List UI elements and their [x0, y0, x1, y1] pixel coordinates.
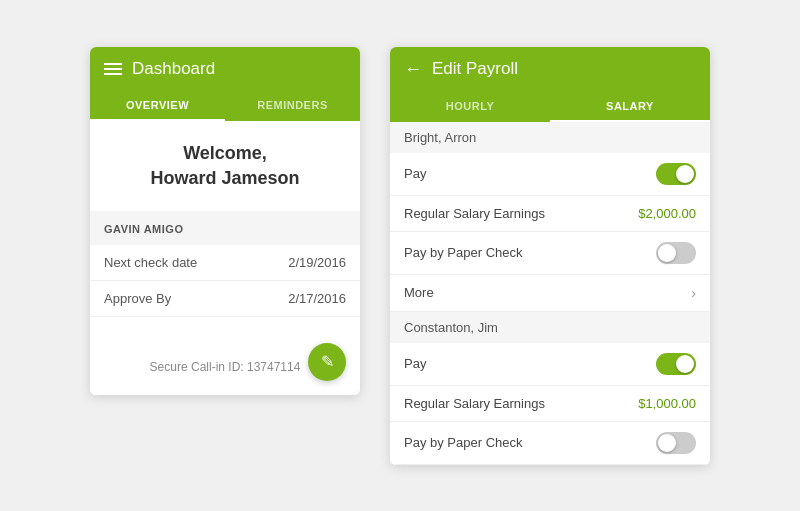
pay-label-bright: Pay	[404, 166, 426, 181]
payroll-card: ← Edit Payroll HOURLY SALARY Bright, Arr…	[390, 47, 710, 465]
chevron-right-icon: ›	[691, 285, 696, 301]
paper-check-row-constanton: Pay by Paper Check	[390, 422, 710, 465]
info-row-approve-by: Approve By 2/17/2016	[90, 281, 360, 317]
employee-group-bright: Bright, Arron	[390, 122, 710, 153]
employee-constanton-name: Constanton, Jim	[404, 320, 498, 335]
welcome-section: Welcome, Howard Jameson	[90, 121, 360, 211]
salary-earnings-label-constanton: Regular Salary Earnings	[404, 396, 545, 411]
dashboard-title: Dashboard	[132, 59, 215, 79]
toggle-thumb	[676, 355, 694, 373]
toggle-thumb	[676, 165, 694, 183]
tab-salary[interactable]: SALARY	[550, 92, 710, 122]
paper-check-toggle-bright[interactable]	[656, 242, 696, 264]
tab-hourly[interactable]: HOURLY	[390, 92, 550, 122]
welcome-line2: Howard Jameson	[150, 168, 299, 188]
fab-icon: ✎	[321, 352, 334, 371]
paper-check-row-bright: Pay by Paper Check	[390, 232, 710, 275]
pay-label-constanton: Pay	[404, 356, 426, 371]
pay-toggle-row-constanton: Pay	[390, 343, 710, 386]
welcome-line1: Welcome,	[183, 143, 267, 163]
approve-by-label: Approve By	[104, 291, 171, 306]
salary-earnings-label-bright: Regular Salary Earnings	[404, 206, 545, 221]
pay-toggle-constanton[interactable]	[656, 353, 696, 375]
paper-check-toggle-constanton[interactable]	[656, 432, 696, 454]
payroll-tabs: HOURLY SALARY	[390, 92, 710, 122]
check-date-label: Next check date	[104, 255, 197, 270]
paper-check-label-constanton: Pay by Paper Check	[404, 435, 523, 450]
welcome-text: Welcome, Howard Jameson	[104, 141, 346, 191]
payroll-title: Edit Payroll	[432, 59, 518, 79]
approve-by-value: 2/17/2016	[288, 291, 346, 306]
paper-check-label-bright: Pay by Paper Check	[404, 245, 523, 260]
salary-earnings-row-constanton: Regular Salary Earnings $1,000.00	[390, 386, 710, 422]
employee-section-header: GAVIN AMIGO	[90, 211, 360, 245]
pay-toggle-bright[interactable]	[656, 163, 696, 185]
pay-toggle-row-bright: Pay	[390, 153, 710, 196]
more-label-bright: More	[404, 285, 434, 300]
employee-name: GAVIN AMIGO	[104, 223, 183, 235]
tab-overview[interactable]: OVERVIEW	[90, 91, 225, 121]
payroll-header: ← Edit Payroll	[390, 47, 710, 92]
employee-group-constanton: Constanton, Jim	[390, 312, 710, 343]
fab-button[interactable]: ✎	[308, 343, 346, 381]
employee-bright-name: Bright, Arron	[404, 130, 476, 145]
check-date-value: 2/19/2016	[288, 255, 346, 270]
secure-section: Secure Call-in ID: 13747114 ✎	[90, 317, 360, 395]
tab-reminders[interactable]: REMINDERS	[225, 91, 360, 121]
dashboard-card: Dashboard OVERVIEW REMINDERS Welcome, Ho…	[90, 47, 360, 395]
back-arrow-icon[interactable]: ←	[404, 59, 422, 80]
salary-earnings-value-bright: $2,000.00	[638, 206, 696, 221]
toggle-thumb	[658, 244, 676, 262]
dashboard-header: Dashboard	[90, 47, 360, 91]
toggle-thumb	[658, 434, 676, 452]
info-row-check-date: Next check date 2/19/2016	[90, 245, 360, 281]
secure-call-text: Secure Call-in ID: 13747114	[150, 360, 301, 374]
salary-earnings-value-constanton: $1,000.00	[638, 396, 696, 411]
salary-earnings-row-bright: Regular Salary Earnings $2,000.00	[390, 196, 710, 232]
dashboard-tabs: OVERVIEW REMINDERS	[90, 91, 360, 121]
page-wrapper: Dashboard OVERVIEW REMINDERS Welcome, Ho…	[60, 17, 740, 495]
hamburger-icon[interactable]	[104, 63, 122, 75]
more-row-bright[interactable]: More ›	[390, 275, 710, 312]
